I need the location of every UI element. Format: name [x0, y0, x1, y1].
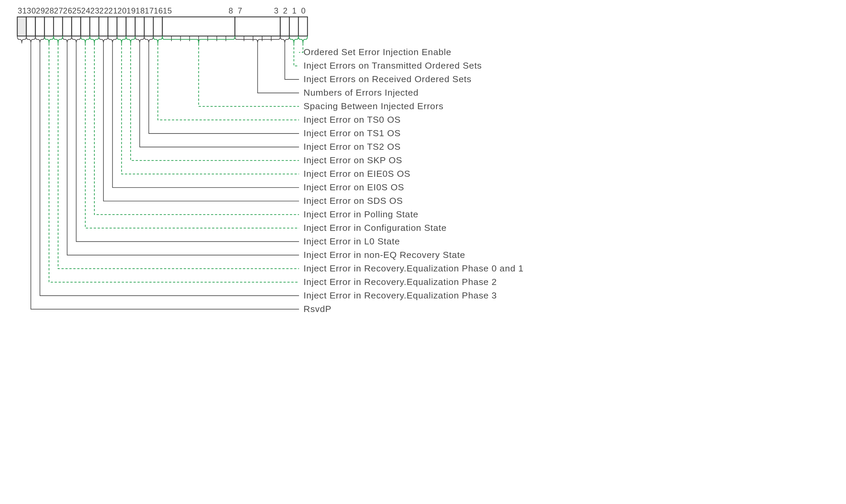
field-label: Inject Error on TS2 OS: [303, 142, 401, 152]
field-label: Inject Error in Polling State: [303, 209, 419, 219]
brace: [81, 36, 90, 43]
connector-bit-29: [40, 43, 299, 295]
bit-label-18: 18: [136, 6, 145, 15]
brace: [44, 36, 53, 43]
bit-label-7: 7: [238, 6, 243, 15]
bit-label-1: 1: [292, 6, 297, 15]
brace: [235, 36, 280, 43]
connector-bit-28: [49, 43, 299, 282]
field-label: RsvdP: [303, 304, 332, 314]
register-cell-23-23: [90, 17, 99, 36]
field-label: Numbers of Errors Injected: [303, 88, 419, 98]
bit-label-19: 19: [126, 6, 136, 15]
connector-bit-16: [158, 43, 299, 120]
connector-bit-2: [285, 43, 299, 79]
register-cell-2-2: [280, 17, 289, 36]
register-cell-27-27: [53, 17, 63, 36]
bit-label-24: 24: [81, 6, 91, 15]
field-label: Inject Error in non-EQ Recovery State: [303, 250, 465, 260]
brace: [298, 36, 307, 43]
field-label: Inject Error on SDS OS: [303, 196, 403, 206]
register-cell-31-31: [17, 17, 27, 36]
register-cell-21-21: [108, 17, 117, 36]
bit-label-21: 21: [108, 6, 118, 15]
bit-label-22: 22: [100, 6, 109, 15]
register-cell-7-3: [235, 17, 280, 36]
connector-bit-0: [299, 43, 303, 52]
field-label: Spacing Between Injected Errors: [303, 101, 443, 111]
connector-bit-23: [94, 43, 299, 214]
register-cell-1-1: [289, 17, 298, 36]
register-cell-16-16: [153, 17, 162, 36]
connector-bit-7-3: [258, 43, 299, 93]
field-label: Inject Error in Recovery.Equalization Ph…: [303, 263, 524, 273]
brace: [36, 36, 45, 43]
connector-bit-25: [76, 43, 299, 241]
connector-bit-19: [130, 43, 299, 161]
register-cell-29-29: [36, 17, 45, 36]
field-label: Inject Errors on Received Ordered Sets: [303, 74, 472, 84]
brace: [27, 36, 36, 43]
bit-label-17: 17: [145, 6, 154, 15]
register-cell-22-22: [99, 17, 108, 36]
bit-label-29: 29: [36, 6, 45, 15]
bit-label-23: 23: [90, 6, 100, 15]
field-label: Inject Error on TS1 OS: [303, 128, 401, 138]
brace: [99, 36, 108, 43]
bit-label-25: 25: [72, 6, 82, 15]
bit-label-31: 31: [18, 6, 27, 15]
field-label: Inject Error on EIE0S OS: [303, 169, 410, 179]
register-cell-30-30: [27, 17, 36, 36]
register-cell-15-8: [162, 17, 235, 36]
bit-label-0: 0: [301, 6, 306, 15]
field-label: Inject Error in Recovery.Equalization Ph…: [303, 290, 497, 301]
connector-bit-15-8: [198, 43, 299, 107]
brace: [63, 36, 72, 43]
bit-label-3: 3: [274, 6, 279, 15]
brace: [90, 36, 99, 43]
register-cell-20-20: [117, 17, 126, 36]
bit-label-28: 28: [45, 6, 54, 15]
field-label: Inject Error in Configuration State: [303, 223, 446, 233]
connector-bit-26: [67, 43, 299, 255]
brace: [280, 36, 289, 43]
bit-label-27: 27: [54, 6, 64, 15]
bit-label-26: 26: [63, 6, 72, 15]
register-cell-0-0: [298, 17, 307, 36]
connector-bit-30: [31, 43, 299, 309]
connector-bit-20: [121, 43, 299, 174]
bit-label-15: 15: [163, 6, 172, 15]
bit-label-8: 8: [229, 6, 233, 15]
brace: [144, 36, 153, 43]
register-bitfield-diagram: 3130292827262524232221201918171615873210…: [0, 0, 846, 504]
bit-label-16: 16: [154, 6, 163, 15]
field-label: Inject Error on TS0 OS: [303, 114, 401, 125]
connector-bit-18: [140, 43, 299, 147]
register-cell-18-18: [135, 17, 144, 36]
brace: [289, 36, 298, 43]
connector-bit-21: [113, 43, 299, 187]
brace-rsvd31: [17, 36, 27, 43]
field-label: Ordered Set Error Injection Enable: [303, 47, 451, 57]
field-label: Inject Error in L0 State: [303, 236, 400, 247]
bit-label-2: 2: [283, 6, 288, 15]
brace: [153, 36, 162, 43]
brace: [72, 36, 81, 43]
register-cell-28-28: [44, 17, 53, 36]
register-cell-24-24: [81, 17, 90, 36]
brace: [108, 36, 117, 43]
connector-bit-24: [85, 43, 299, 228]
connector-bit-1: [294, 43, 299, 66]
brace: [117, 36, 126, 43]
register-cell-19-19: [126, 17, 135, 36]
field-label: Inject Error on EI0S OS: [303, 182, 404, 192]
brace: [53, 36, 63, 43]
register-cell-17-17: [144, 17, 153, 36]
register-cell-26-26: [63, 17, 72, 36]
brace: [126, 36, 135, 43]
brace: [135, 36, 144, 43]
field-label: Inject Error on SKP OS: [303, 155, 402, 165]
connector-bit-22: [104, 43, 299, 201]
bit-label-20: 20: [117, 6, 127, 15]
field-label: Inject Errors on Transmitted Ordered Set…: [303, 60, 482, 71]
